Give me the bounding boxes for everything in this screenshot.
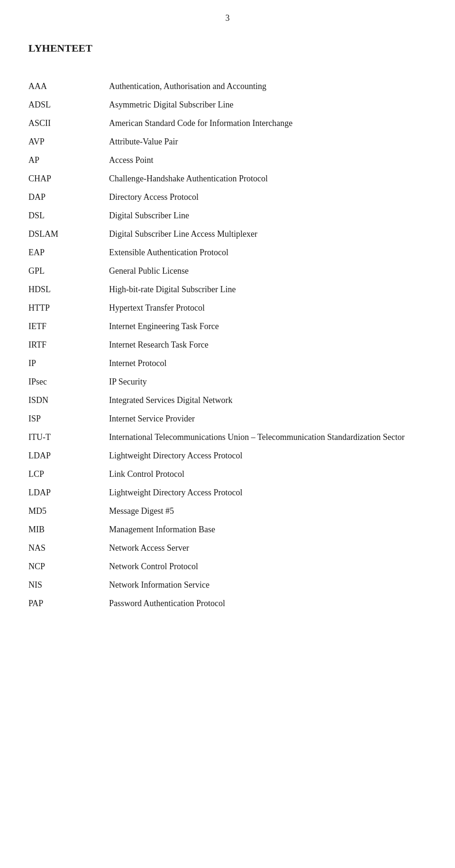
- abbr-term: NIS: [28, 576, 109, 594]
- abbr-term: LDAP: [28, 447, 109, 465]
- abbr-term: IPsec: [28, 373, 109, 391]
- abbr-row: IPInternet Protocol: [28, 354, 427, 373]
- abbr-term: EAP: [28, 243, 109, 262]
- abbr-definition: Hypertext Transfer Protocol: [109, 299, 427, 317]
- abbr-row: LDAPLightweight Directory Access Protoco…: [28, 483, 427, 502]
- abbr-definition: Message Digest #5: [109, 502, 427, 520]
- abbr-definition: Link Control Protocol: [109, 465, 427, 483]
- abbr-definition: General Public License: [109, 262, 427, 280]
- abbr-definition: Network Information Service: [109, 576, 427, 594]
- abbr-row: AVPAttribute-Value Pair: [28, 133, 427, 151]
- abbr-row: APAccess Point: [28, 151, 427, 170]
- abbr-definition: International Telecommunications Union –…: [109, 428, 427, 447]
- abbr-row: ASCIIAmerican Standard Code for Informat…: [28, 114, 427, 133]
- abbr-row: DAPDirectory Access Protocol: [28, 188, 427, 206]
- abbr-term: LCP: [28, 465, 109, 483]
- abbr-term: ISDN: [28, 391, 109, 410]
- abbr-row: IETFInternet Engineering Task Force: [28, 317, 427, 336]
- abbr-definition: Network Control Protocol: [109, 557, 427, 576]
- abbr-term: ASCII: [28, 114, 109, 133]
- abbr-term: IETF: [28, 317, 109, 336]
- abbr-definition: Attribute-Value Pair: [109, 133, 427, 151]
- abbr-row: ISPInternet Service Provider: [28, 410, 427, 428]
- abbr-row: ITU-TInternational Telecommunications Un…: [28, 428, 427, 447]
- abbr-row: LDAPLightweight Directory Access Protoco…: [28, 447, 427, 465]
- section-title: LYHENTEET: [28, 42, 427, 54]
- abbr-term: IP: [28, 354, 109, 373]
- abbr-definition: Digital Subscriber Line: [109, 206, 427, 225]
- abbr-definition: Internet Research Task Force: [109, 336, 427, 354]
- abbr-term: ADSL: [28, 96, 109, 114]
- abbr-row: NISNetwork Information Service: [28, 576, 427, 594]
- abbr-row: ISDNIntegrated Services Digital Network: [28, 391, 427, 410]
- abbr-definition: Directory Access Protocol: [109, 188, 427, 206]
- abbr-definition: Asymmetric Digital Subscriber Line: [109, 96, 427, 114]
- abbr-term: ISP: [28, 410, 109, 428]
- abbr-term: NAS: [28, 539, 109, 557]
- abbr-term: HTTP: [28, 299, 109, 317]
- abbr-term: HDSL: [28, 280, 109, 299]
- abbr-term: AVP: [28, 133, 109, 151]
- abbr-definition: Access Point: [109, 151, 427, 170]
- abbr-row: HTTPHypertext Transfer Protocol: [28, 299, 427, 317]
- abbr-row: AAAAuthentication, Authorisation and Acc…: [28, 77, 427, 96]
- abbr-definition: Internet Service Provider: [109, 410, 427, 428]
- abbr-row: MIBManagement Information Base: [28, 520, 427, 539]
- abbr-term: NCP: [28, 557, 109, 576]
- abbr-definition: Network Access Server: [109, 539, 427, 557]
- abbr-row: NASNetwork Access Server: [28, 539, 427, 557]
- abbr-definition: Digital Subscriber Line Access Multiplex…: [109, 225, 427, 243]
- abbr-row: HDSLHigh-bit-rate Digital Subscriber Lin…: [28, 280, 427, 299]
- abbr-row: CHAPChallenge-Handshake Authentication P…: [28, 170, 427, 188]
- abbr-definition: IP Security: [109, 373, 427, 391]
- abbr-row: DSLDigital Subscriber Line: [28, 206, 427, 225]
- abbreviations-table: AAAAuthentication, Authorisation and Acc…: [28, 77, 427, 613]
- abbr-row: GPLGeneral Public License: [28, 262, 427, 280]
- abbr-definition: Lightweight Directory Access Protocol: [109, 483, 427, 502]
- abbr-definition: Management Information Base: [109, 520, 427, 539]
- abbr-definition: Challenge-Handshake Authentication Proto…: [109, 170, 427, 188]
- abbr-row: LCPLink Control Protocol: [28, 465, 427, 483]
- abbr-row: MD5Message Digest #5: [28, 502, 427, 520]
- abbr-definition: Internet Protocol: [109, 354, 427, 373]
- abbr-row: DSLAMDigital Subscriber Line Access Mult…: [28, 225, 427, 243]
- abbr-row: EAPExtensible Authentication Protocol: [28, 243, 427, 262]
- abbr-definition: Lightweight Directory Access Protocol: [109, 447, 427, 465]
- abbr-row: NCPNetwork Control Protocol: [28, 557, 427, 576]
- abbr-term: DSLAM: [28, 225, 109, 243]
- abbr-definition: Authentication, Authorisation and Accoun…: [109, 77, 427, 96]
- abbr-term: AP: [28, 151, 109, 170]
- abbr-term: PAP: [28, 594, 109, 613]
- abbr-term: MIB: [28, 520, 109, 539]
- abbr-definition: Integrated Services Digital Network: [109, 391, 427, 410]
- abbr-definition: High-bit-rate Digital Subscriber Line: [109, 280, 427, 299]
- abbr-row: IRTFInternet Research Task Force: [28, 336, 427, 354]
- abbr-definition: American Standard Code for Information I…: [109, 114, 427, 133]
- abbr-term: AAA: [28, 77, 109, 96]
- abbr-term: MD5: [28, 502, 109, 520]
- abbr-definition: Password Authentication Protocol: [109, 594, 427, 613]
- abbr-definition: Extensible Authentication Protocol: [109, 243, 427, 262]
- abbr-term: DSL: [28, 206, 109, 225]
- abbr-term: ITU-T: [28, 428, 109, 447]
- page-number: 3: [0, 0, 455, 23]
- abbr-row: PAPPassword Authentication Protocol: [28, 594, 427, 613]
- abbr-term: IRTF: [28, 336, 109, 354]
- abbr-row: IPsecIP Security: [28, 373, 427, 391]
- abbr-term: GPL: [28, 262, 109, 280]
- abbr-definition: Internet Engineering Task Force: [109, 317, 427, 336]
- abbr-term: DAP: [28, 188, 109, 206]
- abbr-term: LDAP: [28, 483, 109, 502]
- abbr-term: CHAP: [28, 170, 109, 188]
- abbr-row: ADSLAsymmetric Digital Subscriber Line: [28, 96, 427, 114]
